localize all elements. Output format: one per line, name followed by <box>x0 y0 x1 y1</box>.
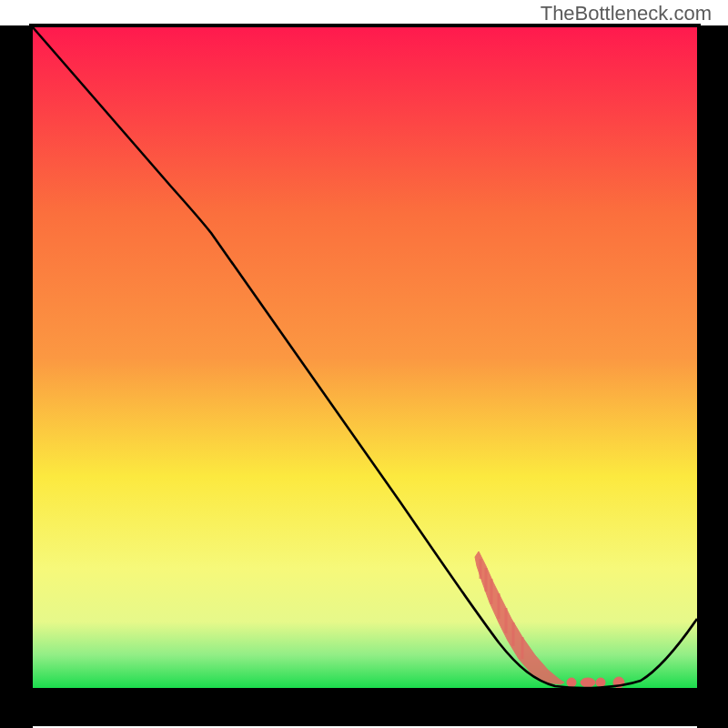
svg-rect-13 <box>0 25 33 728</box>
svg-point-7 <box>567 678 576 687</box>
chart-frame: TheBottleneck.com <box>0 0 728 728</box>
plot-area <box>33 27 697 688</box>
chart-svg <box>0 0 728 728</box>
svg-point-8 <box>581 678 595 687</box>
svg-rect-14 <box>697 25 728 728</box>
gradient-background <box>33 27 697 688</box>
svg-rect-12 <box>31 690 699 726</box>
svg-point-9 <box>596 678 605 687</box>
